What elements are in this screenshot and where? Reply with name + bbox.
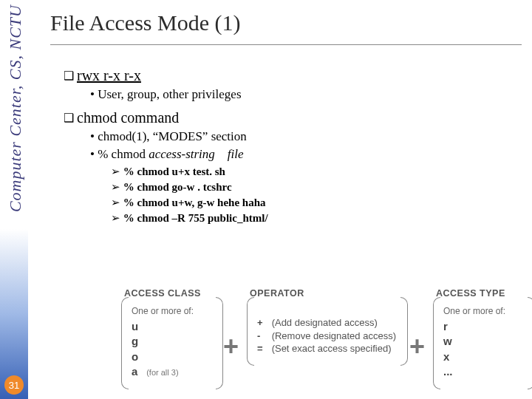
- content-area: File Access Mode (1) rwx r-x r-x User, g…: [50, 6, 522, 392]
- sym-w: w: [443, 334, 455, 349]
- sym-a-note: (for all 3): [146, 368, 178, 377]
- chmod-man: chmod(1),: [98, 129, 149, 143]
- diagram-col-operator: OPERATOR + (Add designated access) - (Re…: [250, 288, 405, 360]
- sym-g: g: [132, 334, 143, 349]
- brace-icon: [528, 297, 532, 389]
- op-plus: +: [257, 316, 269, 330]
- title-rule: [50, 44, 522, 45]
- sidebar-label: Computer Center, CS, NCTU: [6, 4, 25, 212]
- sym-ellipsis: ...: [443, 364, 455, 379]
- brace-icon: [433, 297, 440, 389]
- diagram-col-access-type: ACCESS TYPE One or more of: r w x ...: [436, 288, 532, 383]
- brace-icon: [121, 297, 129, 389]
- col2-label: OPERATOR: [250, 288, 405, 299]
- col3-sub: One or more of:: [443, 306, 525, 316]
- op-plus-desc: (Add designated access): [272, 317, 378, 328]
- perm-bullet: rwx r-x r-x User, group, other privilege…: [64, 67, 522, 102]
- chmod-man-line: chmod(1), “MODES” section: [90, 129, 522, 144]
- col3-label: ACCESS TYPE: [436, 288, 532, 299]
- sidebar-gradient: [0, 229, 28, 399]
- usage-arg2: file: [228, 147, 244, 161]
- brace-icon: [216, 297, 223, 389]
- op-equals-desc: (Set exact access specified): [272, 343, 392, 354]
- perm-string: rwx r-x r-x: [77, 67, 141, 83]
- usage-prefix: % chmod: [98, 147, 149, 161]
- chmod-usage-line: % chmod access-string file % chmod u+x t…: [90, 147, 522, 225]
- example-4: % chmod –R 755 public_html/: [111, 211, 522, 225]
- sym-o: o: [132, 349, 143, 364]
- plus-icon: +: [223, 331, 239, 362]
- modes-word: MODES: [158, 129, 202, 143]
- op-minus-desc: (Remove designated access): [272, 330, 396, 341]
- perm-sub: User, group, other privileges: [90, 87, 522, 102]
- example-2: % chmod go-w . tcshrc: [111, 180, 522, 194]
- sym-x: x: [443, 349, 455, 364]
- col1-sub: One or more of:: [132, 306, 213, 316]
- page-number-badge: 31: [4, 375, 24, 395]
- sym-a: a: [132, 364, 143, 379]
- page-title: File Access Mode (1): [50, 10, 522, 35]
- chmod-diagram: ACCESS CLASS One or more of: u g o a (fo…: [124, 288, 532, 392]
- op-minus: -: [257, 330, 269, 343]
- plus-icon: +: [409, 331, 425, 362]
- brace-icon: [400, 297, 408, 366]
- chmod-bullet: chmod command chmod(1), “MODES” section …: [64, 109, 522, 225]
- op-equals: =: [257, 342, 269, 355]
- sym-r: r: [443, 319, 455, 334]
- col1-label: ACCESS CLASS: [124, 288, 220, 299]
- top-list: rwx r-x r-x User, group, other privilege…: [50, 67, 522, 225]
- slide: Computer Center, CS, NCTU 31 File Access…: [0, 0, 532, 399]
- example-1: % chmod u+x test. sh: [111, 165, 522, 178]
- example-3: % chmod u+w, g-w hehe haha: [111, 196, 522, 209]
- chmod-title: chmod command: [77, 109, 179, 126]
- usage-arg1: access-string: [149, 147, 215, 161]
- modes-tail: section: [208, 129, 246, 143]
- brace-icon: [247, 297, 254, 366]
- diagram-col-access-class: ACCESS CLASS One or more of: u g o a (fo…: [124, 288, 220, 383]
- sym-u: u: [132, 319, 143, 334]
